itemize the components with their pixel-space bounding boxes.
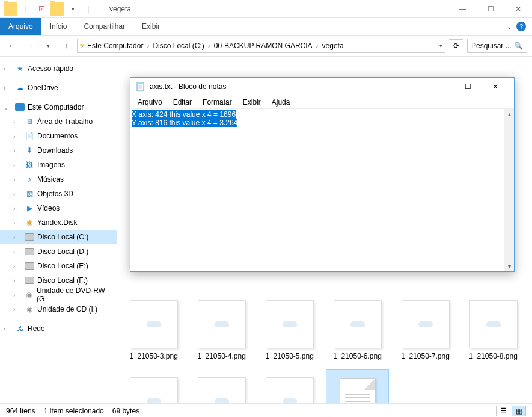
drive-icon [24, 262, 35, 270]
chevron-icon[interactable]: › [13, 176, 22, 183]
tree-item[interactable]: ›⬇Downloads [0, 143, 117, 158]
up-button[interactable]: ↑ [59, 39, 73, 53]
chevron-icon[interactable]: ⌄ [4, 104, 12, 111]
navigation-pane[interactable]: ›★Acesso rápido›☁OneDrive⌄Este Computado… [0, 57, 117, 403]
qat-dropdown-icon[interactable]: ▾ [66, 2, 79, 16]
tree-item[interactable]: ›☁OneDrive [0, 81, 117, 95]
refresh-button[interactable]: ⟳ [449, 39, 463, 52]
details-view-button[interactable]: ☰ [496, 406, 510, 416]
notepad-menu-formatar[interactable]: Formatar [198, 97, 237, 108]
tree-item[interactable]: ›♪Músicas [0, 172, 117, 187]
chevron-icon[interactable]: › [13, 147, 22, 154]
chevron-icon[interactable]: › [13, 292, 22, 298]
chevron-icon[interactable]: › [4, 85, 12, 91]
tree-item[interactable]: ⌄Este Computador [0, 100, 117, 114]
breadcrumb-item[interactable]: Este Computador [85, 42, 145, 50]
tree-item-label: Imagens [37, 161, 65, 169]
scroll-down-icon[interactable]: ▾ [504, 261, 514, 271]
notepad-close-button[interactable]: ✕ [482, 78, 509, 95]
notepad-menu-arquivo[interactable]: Arquivo [133, 97, 167, 108]
notepad-menu-ajuda[interactable]: Ajuda [267, 97, 295, 108]
chevron-icon[interactable]: › [13, 234, 22, 241]
notepad-minimize-button[interactable]: — [426, 78, 454, 95]
chevron-icon[interactable]: › [4, 326, 12, 332]
chevron-right-icon[interactable]: › [208, 42, 210, 50]
svg-rect-1 [137, 82, 144, 84]
file-item[interactable]: 1_21050-6.png [326, 292, 389, 365]
notepad-maximize-button[interactable]: ☐ [454, 78, 482, 95]
file-item[interactable]: 1_21050-10.png [190, 369, 253, 403]
tab-compartilhar[interactable]: Compartilhar [75, 18, 133, 35]
tree-item[interactable]: ›🖧Rede [0, 321, 117, 336]
tree-item[interactable]: ›◉Unidade de CD (I:) [0, 302, 117, 317]
help-icon[interactable]: ? [516, 22, 526, 31]
chevron-icon[interactable]: › [13, 263, 22, 270]
close-button[interactable]: ✕ [504, 0, 532, 18]
scroll-up-icon[interactable]: ▴ [504, 109, 514, 119]
tree-item[interactable]: ›◉Unidade de DVD-RW (G [0, 288, 117, 302]
file-item[interactable]: 1_21050-5.png [258, 292, 321, 365]
file-item[interactable]: 1_21050-9.png [122, 369, 185, 403]
maximize-button[interactable]: ☐ [477, 0, 504, 18]
file-item[interactable]: 1_21050-4.png [190, 292, 253, 365]
tree-item[interactable]: ›★Acesso rápido [0, 61, 117, 76]
chevron-icon[interactable]: › [13, 249, 22, 255]
tree-item[interactable]: ›📄Documentos [0, 129, 117, 143]
tab-inicio[interactable]: Início [41, 18, 76, 35]
chevron-icon[interactable]: › [13, 191, 22, 197]
file-item[interactable]: 1_21050-11.png [258, 369, 321, 403]
ribbon-expand-icon[interactable]: ⌄ [507, 23, 512, 30]
tree-item[interactable]: ›🖼Imagens [0, 158, 117, 172]
tree-item[interactable]: ›Disco Local (C:) [0, 230, 117, 244]
tree-item[interactable]: ›🖥Área de Trabalho [0, 114, 117, 129]
notepad-line: Y axis: 816 this value x 4 = 3.264 [132, 119, 237, 127]
chevron-icon[interactable]: › [13, 133, 22, 140]
tree-item-label: Este Computador [28, 103, 84, 111]
file-item[interactable]: axis.txt [326, 369, 389, 403]
recent-dropdown-icon[interactable]: ▾ [41, 39, 55, 53]
chevron-right-icon[interactable]: › [316, 42, 319, 50]
tree-item-label: Disco Local (C:) [37, 233, 88, 241]
chevron-right-icon[interactable]: › [147, 42, 149, 50]
breadcrumb-item[interactable]: 00-BACKUP RAMON GARCIA [212, 42, 315, 50]
chevron-icon[interactable]: › [13, 306, 22, 313]
chevron-right-icon[interactable]: › [81, 42, 84, 50]
tab-exibir[interactable]: Exibir [133, 18, 168, 35]
tree-item[interactable]: ›Disco Local (E:) [0, 259, 117, 273]
back-button[interactable]: ← [5, 39, 19, 53]
chevron-icon[interactable]: › [13, 277, 22, 284]
notepad-window[interactable]: axis.txt - Bloco de notas — ☐ ✕ Arquivo … [130, 77, 515, 272]
tree-item[interactable]: ›◉Yandex.Disk [0, 215, 117, 230]
chevron-icon[interactable]: › [13, 220, 22, 226]
address-bar[interactable]: › Este Computador › Disco Local (C:) › 0… [77, 39, 445, 53]
icons-view-button[interactable]: ▦ [512, 406, 526, 416]
chevron-icon[interactable]: › [4, 66, 12, 72]
minimize-button[interactable]: — [449, 0, 477, 18]
tab-arquivo[interactable]: Arquivo [0, 18, 41, 35]
chevron-icon[interactable]: › [13, 162, 22, 168]
breadcrumb-item[interactable]: vegeta [320, 42, 346, 50]
notepad-text-area[interactable]: X axis: 424 this value x 4 = 1696 Y axis… [130, 109, 514, 271]
quick-access-toolbar: | ☑ ▾ | [0, 2, 99, 16]
folder-icon-2[interactable] [50, 2, 64, 16]
chevron-icon[interactable]: › [13, 205, 22, 212]
breadcrumb-item[interactable]: Disco Local (C:) [150, 42, 206, 50]
drive-icon [24, 248, 35, 255]
notepad-titlebar[interactable]: axis.txt - Bloco de notas — ☐ ✕ [130, 78, 514, 96]
search-input[interactable]: Pesquisar ... 🔍 [467, 39, 527, 53]
file-item[interactable]: 1_21050-7.png [394, 292, 457, 365]
file-item[interactable]: 1_21050-3.png [122, 292, 185, 365]
notepad-scrollbar[interactable]: ▴ ▾ [504, 109, 514, 271]
folder-icon [4, 2, 17, 16]
properties-icon[interactable]: ☑ [35, 2, 48, 16]
tree-item[interactable]: ›Disco Local (D:) [0, 244, 117, 259]
address-dropdown-icon[interactable]: ▾ [439, 43, 442, 49]
chevron-icon[interactable]: › [13, 119, 22, 125]
tree-item[interactable]: ›▶Vídeos [0, 201, 117, 215]
notepad-menu-exibir[interactable]: Exibir [238, 97, 266, 108]
forward-button[interactable]: → [23, 39, 37, 53]
notepad-menu-editar[interactable]: Editar [168, 97, 197, 108]
file-item[interactable]: 1_21050-8.png [462, 292, 525, 365]
tree-item[interactable]: ›▧Objetos 3D [0, 187, 117, 201]
tree-item[interactable]: ›Disco Local (F:) [0, 273, 117, 288]
